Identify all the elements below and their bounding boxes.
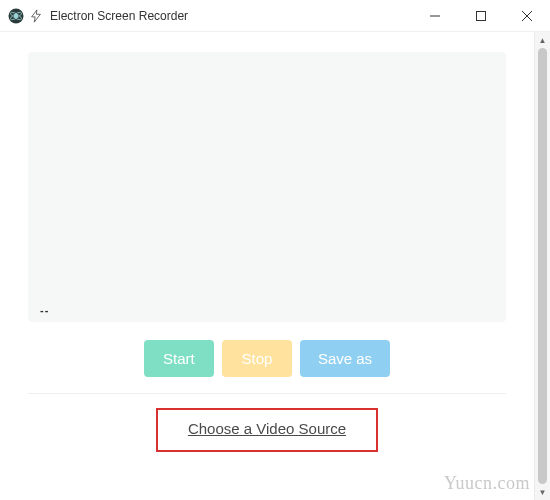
highlight-annotation: Choose a Video Source xyxy=(156,408,378,452)
scrollbar-thumb[interactable] xyxy=(538,48,547,484)
scroll-up-icon[interactable]: ▲ xyxy=(535,32,550,48)
start-button[interactable]: Start xyxy=(144,340,214,377)
divider xyxy=(28,393,506,394)
scroll-down-icon[interactable]: ▼ xyxy=(535,484,550,500)
video-preview: -- xyxy=(28,52,506,322)
source-link-row: Choose a Video Source xyxy=(28,408,506,472)
svg-rect-5 xyxy=(477,12,486,21)
app-icon xyxy=(8,8,24,24)
window-controls xyxy=(412,0,550,31)
lightning-icon xyxy=(28,8,44,24)
stop-button[interactable]: Stop xyxy=(222,340,292,377)
minimize-button[interactable] xyxy=(412,0,458,32)
main-panel: -- Start Stop Save as Choose a Video Sou… xyxy=(0,32,534,500)
app-window: Electron Screen Recorder -- Start Stop S… xyxy=(0,0,550,500)
close-button[interactable] xyxy=(504,0,550,32)
toolbar: Start Stop Save as xyxy=(28,340,506,377)
vertical-scrollbar[interactable]: ▲ ▼ xyxy=(534,32,550,500)
save-as-button[interactable]: Save as xyxy=(300,340,390,377)
preview-marker: -- xyxy=(40,304,49,316)
maximize-button[interactable] xyxy=(458,0,504,32)
choose-video-source-link[interactable]: Choose a Video Source xyxy=(188,420,346,437)
titlebar: Electron Screen Recorder xyxy=(0,0,550,32)
content-area: -- Start Stop Save as Choose a Video Sou… xyxy=(0,32,550,500)
window-title: Electron Screen Recorder xyxy=(50,9,412,23)
